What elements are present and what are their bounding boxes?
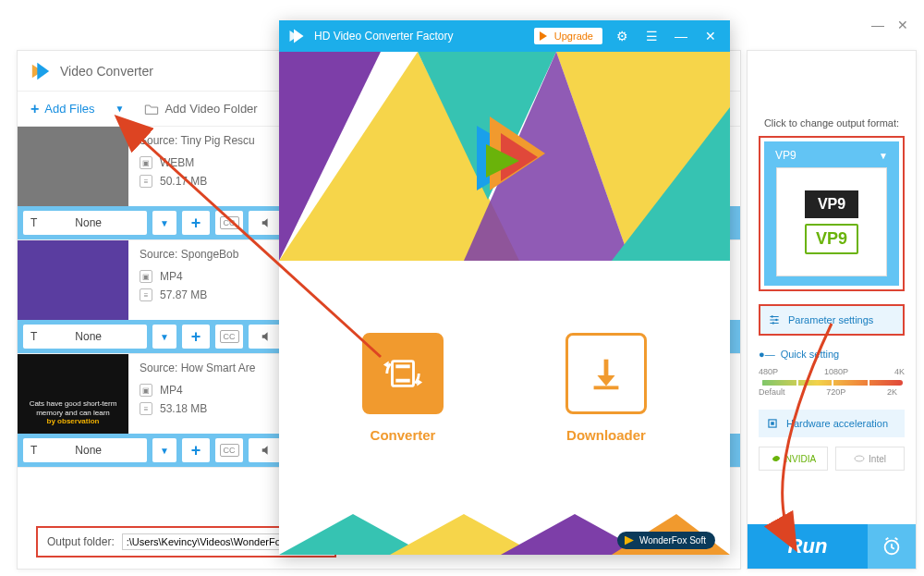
cc-button[interactable]: CC bbox=[215, 325, 243, 349]
add-subtitle-button[interactable]: + bbox=[182, 325, 210, 349]
subtitle-select[interactable]: TNone bbox=[23, 211, 147, 235]
close-button[interactable]: ✕ bbox=[897, 18, 908, 32]
svg-rect-23 bbox=[395, 378, 409, 382]
size-icon: ≡ bbox=[140, 288, 152, 301]
downloader-label: Downloader bbox=[541, 427, 671, 443]
subtitle-dropdown[interactable]: ▼ bbox=[152, 211, 176, 235]
svg-marker-26 bbox=[597, 374, 614, 386]
quality-slider[interactable] bbox=[760, 380, 903, 386]
format-value: MP4 bbox=[160, 270, 183, 283]
size-icon: ≡ bbox=[140, 402, 152, 415]
format-value: WEBM bbox=[160, 156, 194, 169]
speaker-icon bbox=[261, 216, 274, 229]
output-format-button[interactable]: VP9 ▼ VP9 VP9 bbox=[764, 141, 899, 286]
hw-label: Hardware acceleration bbox=[786, 418, 888, 429]
close-button[interactable]: ✕ bbox=[700, 29, 721, 43]
launcher-title: HD Video Converter Factory bbox=[314, 30, 454, 43]
subtitle-dropdown[interactable]: ▼ bbox=[152, 325, 176, 349]
launcher-window: HD Video Converter Factory Upgrade ⚙ ☰ —… bbox=[279, 20, 730, 555]
vp9-dark-badge: VP9 bbox=[805, 190, 858, 218]
converter-tile[interactable]: Converter bbox=[338, 333, 468, 443]
add-files-button[interactable]: + Add Files bbox=[30, 102, 95, 116]
speaker-icon bbox=[261, 444, 274, 457]
source-name: SpongeBob bbox=[181, 248, 239, 261]
add-subtitle-button[interactable]: + bbox=[182, 211, 210, 235]
svg-point-7 bbox=[855, 456, 864, 461]
video-file-icon: ▣ bbox=[140, 384, 152, 397]
parameter-settings-button[interactable]: Parameter settings bbox=[760, 306, 903, 334]
downloader-tile[interactable]: Downloader bbox=[541, 333, 671, 443]
svg-point-4 bbox=[772, 322, 774, 324]
output-hint: Click to change output format: bbox=[764, 117, 899, 129]
gear-icon[interactable]: ⚙ bbox=[612, 29, 632, 43]
chevron-down-icon: ▼ bbox=[879, 151, 888, 161]
size-value: 53.18 MB bbox=[160, 402, 207, 415]
schedule-button[interactable] bbox=[868, 524, 916, 569]
quick-setting-label: Quick setting bbox=[781, 349, 840, 360]
svg-rect-27 bbox=[594, 386, 619, 389]
app-logo-icon bbox=[30, 61, 51, 81]
size-value: 50.17 MB bbox=[160, 175, 207, 188]
svg-point-3 bbox=[775, 319, 777, 321]
downloader-icon bbox=[565, 333, 647, 414]
format-value: MP4 bbox=[160, 384, 183, 397]
minimize-button[interactable]: — bbox=[871, 18, 884, 32]
chevron-down-icon[interactable]: ▼ bbox=[116, 104, 125, 114]
hardware-accel-button[interactable]: Hardware acceleration bbox=[759, 410, 905, 437]
subtitle-select[interactable]: TNone bbox=[23, 438, 147, 462]
size-icon: ≡ bbox=[140, 175, 152, 188]
output-panel: — ✕ Click to change output format: VP9 ▼… bbox=[747, 50, 917, 570]
list-icon[interactable]: ☰ bbox=[641, 29, 662, 43]
source-label: Source: bbox=[140, 362, 177, 374]
output-folder-label: Output folder: bbox=[47, 535, 115, 548]
thumbnail[interactable] bbox=[18, 240, 128, 320]
intel-icon bbox=[854, 453, 865, 464]
source-label: Source: bbox=[140, 134, 177, 147]
app-logo-icon bbox=[288, 28, 305, 44]
add-folder-label: Add Video Folder bbox=[164, 102, 257, 116]
nvidia-badge: NVIDIA bbox=[759, 447, 828, 471]
nvidia-icon bbox=[771, 453, 782, 464]
upgrade-button[interactable]: Upgrade bbox=[534, 28, 602, 44]
subtitle-dropdown[interactable]: ▼ bbox=[152, 438, 176, 462]
thumbnail[interactable] bbox=[18, 127, 128, 206]
speaker-icon bbox=[261, 330, 274, 343]
svg-marker-24 bbox=[383, 361, 389, 368]
svg-marker-25 bbox=[417, 378, 422, 386]
add-folder-button[interactable]: Add Video Folder bbox=[144, 102, 257, 116]
thumbnail[interactable]: Cats have good short-term memory and can… bbox=[18, 354, 128, 434]
vendor-row: NVIDIA Intel bbox=[759, 447, 905, 471]
video-file-icon: ▣ bbox=[140, 270, 152, 283]
alarm-icon bbox=[881, 536, 902, 557]
add-subtitle-button[interactable]: + bbox=[182, 438, 210, 462]
launcher-body: Converter Downloader bbox=[279, 261, 730, 514]
triangles-art bbox=[279, 52, 730, 261]
svg-marker-1 bbox=[37, 62, 49, 79]
parameter-label: Parameter settings bbox=[788, 314, 873, 325]
quick-setting: ●—Quick setting 480P 1080P 4K Default 72… bbox=[759, 349, 905, 397]
cc-button[interactable]: CC bbox=[215, 438, 243, 462]
source-name: Tiny Pig Rescu bbox=[180, 134, 254, 147]
vp9-green-badge: VP9 bbox=[805, 224, 858, 254]
svg-rect-6 bbox=[771, 422, 774, 425]
source-label: Source: bbox=[140, 248, 177, 261]
chip-icon bbox=[766, 417, 779, 430]
size-value: 57.87 MB bbox=[160, 288, 207, 301]
minimize-button[interactable]: — bbox=[671, 29, 691, 43]
format-name: VP9 bbox=[775, 149, 796, 162]
brand-badge: WonderFox Soft bbox=[617, 532, 715, 549]
format-card: VP9 VP9 bbox=[776, 167, 887, 276]
hero-banner bbox=[279, 52, 730, 261]
intel-badge: Intel bbox=[835, 447, 905, 471]
cc-button[interactable]: CC bbox=[215, 211, 243, 235]
launcher-titlebar: HD Video Converter Factory Upgrade ⚙ ☰ —… bbox=[279, 20, 730, 52]
svg-point-2 bbox=[772, 315, 773, 317]
svg-rect-22 bbox=[395, 364, 409, 368]
converter-icon bbox=[362, 333, 444, 414]
subtitle-select[interactable]: TNone bbox=[23, 325, 147, 349]
source-name: How Smart Are bbox=[181, 362, 256, 374]
svg-marker-10 bbox=[294, 30, 304, 43]
add-files-label: Add Files bbox=[44, 102, 94, 116]
run-button[interactable]: Run bbox=[748, 524, 868, 569]
output-format-highlight: VP9 ▼ VP9 VP9 bbox=[759, 136, 905, 291]
